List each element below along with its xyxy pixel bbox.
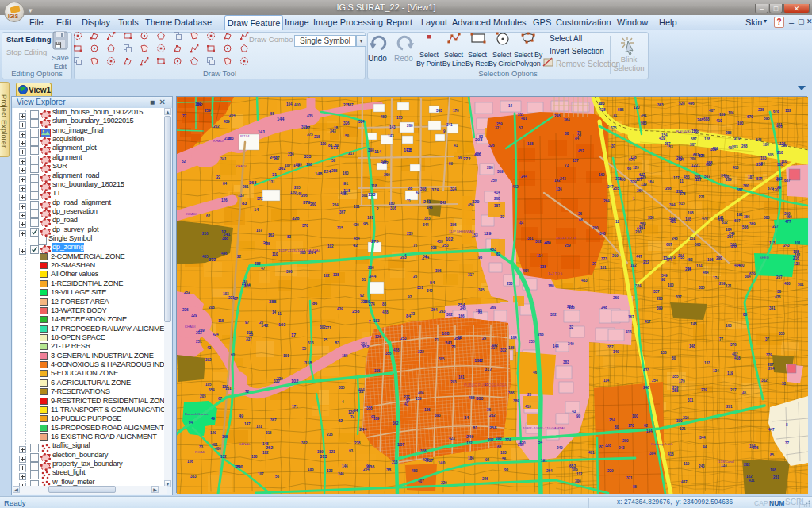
svg-text:208: 208 xyxy=(209,306,215,310)
svg-text:54: 54 xyxy=(430,280,435,285)
svg-text:211: 211 xyxy=(518,113,524,117)
svg-text:230: 230 xyxy=(507,282,513,286)
svg-text:102: 102 xyxy=(327,244,334,248)
svg-text:77: 77 xyxy=(719,337,724,341)
svg-text:300: 300 xyxy=(476,396,483,401)
svg-text:37: 37 xyxy=(785,441,790,445)
svg-text:31: 31 xyxy=(272,172,277,177)
svg-text:36: 36 xyxy=(487,408,492,412)
svg-text:696: 696 xyxy=(706,163,712,167)
svg-text:26: 26 xyxy=(578,212,583,216)
svg-text:496: 496 xyxy=(688,102,695,106)
svg-text:266: 266 xyxy=(538,333,544,337)
svg-text:71: 71 xyxy=(613,114,618,117)
svg-text:402: 402 xyxy=(732,352,738,356)
svg-text:322: 322 xyxy=(550,313,557,317)
svg-text:251: 251 xyxy=(196,340,202,344)
svg-text:388: 388 xyxy=(222,237,228,241)
svg-text:141: 141 xyxy=(223,232,230,237)
svg-text:235: 235 xyxy=(407,232,413,236)
svg-text:393: 393 xyxy=(436,109,442,113)
svg-text:393: 393 xyxy=(435,414,441,418)
svg-text:342: 342 xyxy=(440,201,446,205)
svg-text:216: 216 xyxy=(392,460,398,464)
svg-text:133: 133 xyxy=(327,469,333,473)
svg-text:269: 269 xyxy=(384,173,390,177)
svg-text:454: 454 xyxy=(354,237,360,241)
svg-text:697: 697 xyxy=(734,219,741,223)
svg-text:50: 50 xyxy=(345,134,350,138)
svg-text:161: 161 xyxy=(795,253,801,257)
svg-text:316: 316 xyxy=(390,206,396,210)
svg-text:278: 278 xyxy=(615,177,622,181)
svg-text:106: 106 xyxy=(707,258,714,262)
svg-text:405: 405 xyxy=(202,255,209,259)
svg-text:335: 335 xyxy=(699,286,705,290)
svg-text:302: 302 xyxy=(278,166,285,171)
svg-text:321: 321 xyxy=(495,126,501,130)
svg-text:383: 383 xyxy=(563,360,569,364)
svg-text:118: 118 xyxy=(371,184,377,188)
svg-text:198: 198 xyxy=(688,211,694,215)
svg-text:155: 155 xyxy=(342,354,348,358)
svg-text:133: 133 xyxy=(721,464,727,468)
svg-text:357: 357 xyxy=(653,290,660,294)
svg-text:515: 515 xyxy=(679,202,685,206)
svg-text:161: 161 xyxy=(458,375,465,379)
svg-text:167: 167 xyxy=(628,315,634,319)
svg-text:97: 97 xyxy=(245,321,250,325)
svg-text:98: 98 xyxy=(478,256,483,260)
svg-text:285: 285 xyxy=(331,169,338,173)
svg-text:206: 206 xyxy=(487,166,493,170)
svg-text:367: 367 xyxy=(270,418,277,422)
svg-text:400: 400 xyxy=(215,447,221,451)
svg-text:394: 394 xyxy=(649,452,656,456)
svg-text:586: 586 xyxy=(618,108,624,112)
svg-text:342: 342 xyxy=(427,289,433,293)
svg-text:326: 326 xyxy=(488,144,495,148)
svg-text:KHADI: KHADI xyxy=(186,212,197,216)
svg-text:302: 302 xyxy=(320,325,326,329)
svg-text:365: 365 xyxy=(222,435,228,439)
svg-text:99: 99 xyxy=(458,156,463,160)
svg-text:88: 88 xyxy=(743,313,748,317)
svg-text:91: 91 xyxy=(343,181,348,186)
svg-text:46: 46 xyxy=(533,371,538,375)
svg-text:315: 315 xyxy=(266,431,272,435)
svg-text:167: 167 xyxy=(256,229,262,233)
svg-text:287: 287 xyxy=(768,363,774,367)
svg-text:315: 315 xyxy=(337,226,343,230)
svg-text:275: 275 xyxy=(371,239,378,244)
svg-text:110: 110 xyxy=(272,252,278,256)
svg-text:11: 11 xyxy=(278,312,282,316)
svg-text:203: 203 xyxy=(400,256,407,260)
svg-text:205: 205 xyxy=(294,186,301,190)
svg-text:102/P+103+104A GAMTAL: 102/P+103+104A GAMTAL xyxy=(278,248,320,252)
svg-text:266: 266 xyxy=(637,189,643,193)
svg-text:259: 259 xyxy=(719,282,726,286)
svg-text:213: 213 xyxy=(196,331,202,335)
svg-text:24: 24 xyxy=(482,337,487,341)
svg-text:216: 216 xyxy=(202,232,209,236)
svg-text:CANAL: CANAL xyxy=(239,442,251,446)
svg-text:144: 144 xyxy=(277,117,285,121)
svg-text:221: 221 xyxy=(699,195,705,199)
svg-text:191: 191 xyxy=(737,213,743,217)
svg-text:224: 224 xyxy=(324,169,331,174)
svg-text:368: 368 xyxy=(249,180,256,185)
svg-text:227: 227 xyxy=(772,225,779,229)
svg-text:138: 138 xyxy=(794,262,800,266)
svg-text:151: 151 xyxy=(689,237,695,241)
svg-text:338: 338 xyxy=(540,265,546,269)
svg-text:249: 249 xyxy=(557,446,563,450)
svg-text:76: 76 xyxy=(577,131,582,135)
svg-text:121: 121 xyxy=(726,284,732,288)
svg-text:264: 264 xyxy=(768,367,775,371)
svg-text:243: 243 xyxy=(270,155,277,160)
svg-text:323: 323 xyxy=(424,217,431,221)
svg-text:367: 367 xyxy=(690,143,696,147)
svg-text:352: 352 xyxy=(535,240,542,244)
svg-text:341: 341 xyxy=(641,114,647,117)
svg-text:576: 576 xyxy=(699,154,705,158)
svg-text:160: 160 xyxy=(343,171,349,175)
